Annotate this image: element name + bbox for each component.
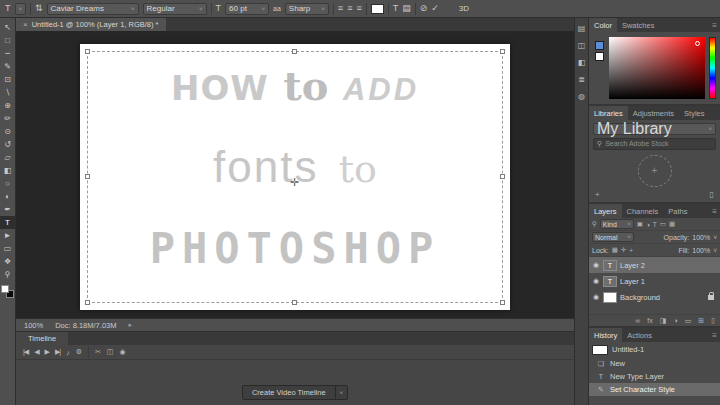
timeline-settings-gear-icon[interactable]: ⚙: [76, 348, 82, 356]
visibility-eye-icon[interactable]: ◉: [592, 293, 600, 301]
font-family-select[interactable]: Caviar Dreams ˅: [47, 3, 139, 15]
snapshot-thumbnail[interactable]: [592, 345, 608, 355]
tab-styles[interactable]: Styles: [679, 106, 709, 120]
shape-tool[interactable]: ▭: [0, 242, 16, 255]
chevron-down-icon[interactable]: ˅: [713, 234, 717, 241]
font-style-select[interactable]: Regular ˅: [143, 3, 207, 15]
lock-all-icon[interactable]: +: [629, 247, 633, 254]
background-color-chip[interactable]: [595, 52, 604, 61]
blend-mode-select[interactable]: Normal ˅: [592, 232, 634, 242]
blur-tool[interactable]: ○: [0, 177, 16, 190]
transition-icon[interactable]: ◫: [107, 348, 114, 356]
fill-value[interactable]: 100%: [692, 247, 710, 254]
filter-adjustment-layers-icon[interactable]: ◑: [646, 221, 650, 228]
anti-alias-select[interactable]: Sharp ˅: [285, 3, 329, 15]
camera-icon[interactable]: ◉: [119, 348, 125, 356]
layer-thumbnail[interactable]: T: [603, 260, 617, 271]
transform-handle-w[interactable]: [85, 174, 90, 179]
new-layer-icon[interactable]: ⊞: [698, 317, 704, 325]
library-search[interactable]: ⚲: [593, 138, 716, 150]
clone-stamp-tool[interactable]: ⊙: [0, 125, 16, 138]
marquee-tool[interactable]: □: [0, 34, 16, 47]
tab-libraries[interactable]: Libraries: [589, 106, 628, 120]
timeline-tab[interactable]: Timeline: [16, 332, 68, 345]
dodge-tool[interactable]: ◐: [0, 190, 16, 203]
tool-preset-chevron-icon[interactable]: ˅: [15, 3, 27, 15]
lasso-tool[interactable]: ∽: [0, 47, 16, 60]
font-size-select[interactable]: 60 pt ˅: [225, 3, 269, 15]
tab-paths[interactable]: Paths: [663, 204, 692, 218]
align-left-icon[interactable]: ≡: [338, 4, 343, 13]
split-clip-scissors-icon[interactable]: ✂: [95, 348, 101, 356]
warp-text-icon[interactable]: T: [393, 4, 399, 13]
layer-row-background[interactable]: ◉ Background: [589, 289, 720, 305]
layer-row-layer1[interactable]: ◉ T Layer 1: [589, 273, 720, 289]
status-flyout-icon[interactable]: ▸: [128, 321, 132, 329]
panel-menu-icon[interactable]: ≡: [709, 328, 720, 342]
tab-actions[interactable]: Actions: [622, 328, 657, 342]
layer-thumbnail[interactable]: [603, 292, 617, 303]
layer-name[interactable]: Background: [620, 293, 660, 302]
cancel-edits-button[interactable]: ⊘: [420, 4, 428, 13]
panel-menu-icon[interactable]: ≡: [709, 18, 720, 32]
history-step-new[interactable]: ❏ New: [589, 357, 720, 370]
tab-color[interactable]: Color: [589, 18, 617, 32]
transform-handle-se[interactable]: [500, 300, 505, 305]
quick-selection-tool[interactable]: ✎: [0, 60, 16, 73]
text-color-swatch[interactable]: [371, 4, 384, 14]
collapsed-panel-icon-2[interactable]: ◫: [578, 41, 586, 50]
chevron-down-icon[interactable]: ˅: [335, 386, 348, 399]
go-to-first-frame-button[interactable]: |◀: [23, 348, 28, 356]
play-button[interactable]: ▶: [45, 348, 49, 356]
eraser-tool[interactable]: ▱: [0, 151, 16, 164]
library-select[interactable]: My Library ˅: [593, 123, 716, 135]
filter-shape-layers-icon[interactable]: ▭: [660, 220, 666, 228]
transform-handle-s[interactable]: [292, 300, 297, 305]
foreground-color-chip[interactable]: [595, 41, 604, 50]
toggle-panels-icon[interactable]: ▤: [402, 4, 411, 13]
tab-layers[interactable]: Layers: [589, 204, 622, 218]
tab-swatches[interactable]: Swatches: [617, 18, 660, 32]
pen-tool[interactable]: ✒: [0, 203, 16, 216]
color-field-cursor[interactable]: [695, 41, 700, 46]
healing-brush-tool[interactable]: ⊕: [0, 99, 16, 112]
tool-preset-icon[interactable]: T: [5, 4, 11, 13]
crop-tool[interactable]: ⊡: [0, 73, 16, 86]
align-center-icon[interactable]: ≡: [347, 4, 352, 13]
previous-frame-button[interactable]: ◀: [34, 348, 38, 356]
panel-menu-icon[interactable]: ≡: [709, 204, 720, 218]
add-library-item-button[interactable]: +: [595, 190, 600, 199]
brush-tool[interactable]: ✏: [0, 112, 16, 125]
opacity-value[interactable]: 100%: [692, 234, 710, 241]
toggle-text-orientation-icon[interactable]: ⇅: [35, 4, 43, 13]
gradient-tool[interactable]: ◧: [0, 164, 16, 177]
3d-button[interactable]: 3D: [459, 4, 469, 13]
tab-adjustments[interactable]: Adjustments: [628, 106, 679, 120]
canvas-pasteboard[interactable]: HOW to ADD fonts to PHOTOSHOP: [16, 31, 574, 318]
move-tool[interactable]: ↖: [0, 21, 16, 34]
chevron-down-icon[interactable]: ˅: [713, 247, 717, 254]
artboard[interactable]: HOW to ADD fonts to PHOTOSHOP: [80, 44, 510, 310]
align-right-icon[interactable]: ≡: [356, 4, 361, 13]
history-brush-tool[interactable]: ↺: [0, 138, 16, 151]
transform-handle-ne[interactable]: [500, 49, 505, 54]
next-frame-button[interactable]: ▶|: [55, 348, 60, 356]
layer-name[interactable]: Layer 2: [620, 261, 645, 270]
foreground-background-swatches[interactable]: [1, 285, 14, 298]
transform-handle-e[interactable]: [500, 174, 505, 179]
snapshot-name[interactable]: Untitled-1: [612, 345, 644, 354]
transform-handle-n[interactable]: [292, 49, 297, 54]
hue-slider[interactable]: [709, 37, 716, 99]
library-search-input[interactable]: [605, 140, 712, 147]
transform-handle-sw[interactable]: [85, 300, 90, 305]
filter-pixel-layers-icon[interactable]: ▣: [637, 220, 643, 228]
lock-position-icon[interactable]: ✛: [621, 246, 626, 254]
zoom-level-field[interactable]: 100%: [24, 321, 43, 330]
tab-channels[interactable]: Channels: [622, 204, 664, 218]
history-step-new-type-layer[interactable]: T New Type Layer: [589, 370, 720, 383]
eyedropper-tool[interactable]: ∖: [0, 86, 16, 99]
layer-row-layer2[interactable]: ◉ T Layer 2: [589, 257, 720, 273]
foreground-color-swatch[interactable]: [1, 285, 9, 293]
visibility-eye-icon[interactable]: ◉: [592, 261, 600, 269]
hand-tool[interactable]: ❖: [0, 255, 16, 268]
